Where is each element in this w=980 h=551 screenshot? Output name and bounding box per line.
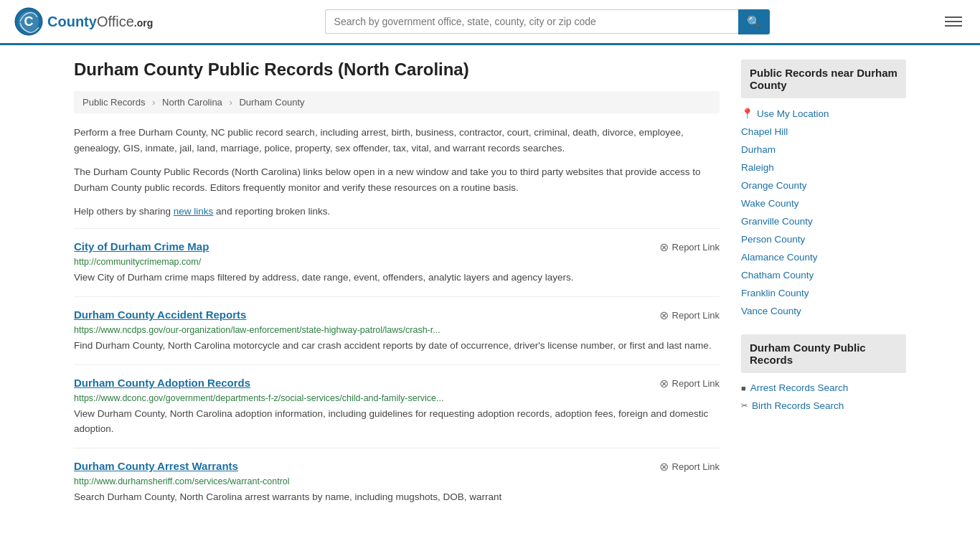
- sidebar-records-list: ■Arrest Records Search✂Birth Records Sea…: [741, 379, 906, 415]
- nearby-header: Public Records near Durham County: [741, 60, 906, 98]
- content-area: Durham County Public Records (North Caro…: [74, 60, 720, 516]
- record-description: Find Durham County, North Carolina motor…: [74, 339, 720, 353]
- search-input[interactable]: [325, 9, 738, 34]
- search-button[interactable]: 🔍: [738, 9, 770, 34]
- record-item: City of Durham Crime Map ⊗ Report Link h…: [74, 228, 720, 296]
- menu-button[interactable]: [941, 13, 966, 30]
- logo-text: CountyOffice.org: [47, 14, 153, 30]
- nearby-link[interactable]: Orange County: [741, 176, 906, 194]
- record-title[interactable]: Durham County Arrest Warrants: [74, 460, 238, 472]
- breadcrumb-public-records[interactable]: Public Records: [83, 97, 145, 108]
- nearby-link[interactable]: Franklin County: [741, 284, 906, 302]
- record-description: Search Durham County, North Carolina arr…: [74, 490, 720, 504]
- site-header: C CountyOffice.org 🔍: [0, 0, 980, 45]
- nearby-link[interactable]: Raleigh: [741, 159, 906, 176]
- logo-icon: C: [14, 7, 43, 36]
- record-title[interactable]: Durham County Accident Reports: [74, 309, 246, 321]
- report-icon: ⊗: [659, 309, 669, 322]
- report-icon: ⊗: [659, 240, 669, 254]
- record-header: Durham County Adoption Records ⊗ Report …: [74, 377, 720, 390]
- nearby-link[interactable]: Durham: [741, 141, 906, 159]
- menu-icon-line3: [945, 25, 962, 27]
- records-list: City of Durham Crime Map ⊗ Report Link h…: [74, 228, 720, 516]
- record-description: View Durham County, North Carolina adopt…: [74, 407, 720, 436]
- report-link-label: Report Link: [672, 461, 720, 472]
- search-icon: 🔍: [747, 16, 761, 28]
- record-header: City of Durham Crime Map ⊗ Report Link: [74, 240, 720, 254]
- description-1: Perform a free Durham County, NC public …: [74, 125, 720, 156]
- sidebar: Public Records near Durham County 📍 Use …: [741, 60, 906, 516]
- nearby-link[interactable]: Wake County: [741, 194, 906, 212]
- record-type-icon: ■: [741, 384, 746, 392]
- record-url[interactable]: http://communitycrimemap.com/: [74, 257, 720, 267]
- record-url[interactable]: https://www.dconc.gov/government/departm…: [74, 393, 720, 403]
- nearby-link[interactable]: Alamance County: [741, 248, 906, 266]
- use-location-link[interactable]: 📍 Use My Location: [741, 104, 906, 123]
- sidebar-record-label: Arrest Records Search: [750, 382, 849, 393]
- description-2: The Durham County Public Records (North …: [74, 164, 720, 195]
- record-header: Durham County Arrest Warrants ⊗ Report L…: [74, 460, 720, 474]
- record-title[interactable]: Durham County Adoption Records: [74, 377, 250, 389]
- record-title[interactable]: City of Durham Crime Map: [74, 240, 209, 253]
- main-container: Durham County Public Records (North Caro…: [60, 45, 920, 530]
- svg-text:C: C: [24, 14, 34, 29]
- nearby-link[interactable]: Vance County: [741, 302, 906, 320]
- report-link-label: Report Link: [672, 310, 720, 321]
- report-link-button[interactable]: ⊗ Report Link: [659, 309, 720, 322]
- sidebar-record-label: Birth Records Search: [752, 400, 844, 411]
- nearby-section: Public Records near Durham County 📍 Use …: [741, 60, 906, 320]
- nearby-link[interactable]: Chatham County: [741, 266, 906, 284]
- public-records-header: Durham County Public Records: [741, 334, 906, 373]
- sidebar-record-link[interactable]: ✂Birth Records Search: [741, 397, 906, 415]
- nearby-link[interactable]: Chapel Hill: [741, 123, 906, 141]
- report-icon: ⊗: [659, 460, 669, 474]
- location-pin-icon: 📍: [741, 108, 753, 119]
- record-url[interactable]: http://www.durhamsheriff.com/services/wa…: [74, 476, 720, 486]
- record-item: Durham County Accident Reports ⊗ Report …: [74, 296, 720, 364]
- report-link-label: Report Link: [672, 242, 720, 253]
- breadcrumb-north-carolina[interactable]: North Carolina: [162, 97, 222, 108]
- breadcrumb-durham-county[interactable]: Durham County: [239, 97, 304, 108]
- nearby-links: Chapel HillDurhamRaleighOrange CountyWak…: [741, 123, 906, 320]
- record-item: Durham County Adoption Records ⊗ Report …: [74, 364, 720, 448]
- menu-icon-line2: [945, 21, 962, 22]
- report-link-label: Report Link: [672, 378, 720, 389]
- report-link-button[interactable]: ⊗ Report Link: [659, 377, 720, 390]
- record-type-icon: ✂: [741, 401, 748, 410]
- report-icon: ⊗: [659, 377, 669, 390]
- record-url[interactable]: https://www.ncdps.gov/our-organization/l…: [74, 325, 720, 335]
- menu-icon-line1: [945, 17, 962, 18]
- nearby-link[interactable]: Person County: [741, 230, 906, 248]
- record-header: Durham County Accident Reports ⊗ Report …: [74, 309, 720, 322]
- logo: C CountyOffice.org: [14, 7, 153, 36]
- search-bar: 🔍: [325, 9, 770, 34]
- description-3: Help others by sharing new links and rep…: [74, 204, 720, 220]
- nearby-link[interactable]: Granville County: [741, 212, 906, 230]
- sidebar-record-link[interactable]: ■Arrest Records Search: [741, 379, 906, 397]
- page-title: Durham County Public Records (North Caro…: [74, 60, 720, 80]
- public-records-section: Durham County Public Records ■Arrest Rec…: [741, 334, 906, 415]
- record-item: Durham County Arrest Warrants ⊗ Report L…: [74, 448, 720, 516]
- breadcrumb: Public Records › North Carolina › Durham…: [74, 91, 720, 113]
- report-link-button[interactable]: ⊗ Report Link: [659, 240, 720, 254]
- record-description: View City of Durham crime maps filtered …: [74, 270, 720, 285]
- report-link-button[interactable]: ⊗ Report Link: [659, 460, 720, 474]
- new-links-link[interactable]: new links: [174, 206, 214, 217]
